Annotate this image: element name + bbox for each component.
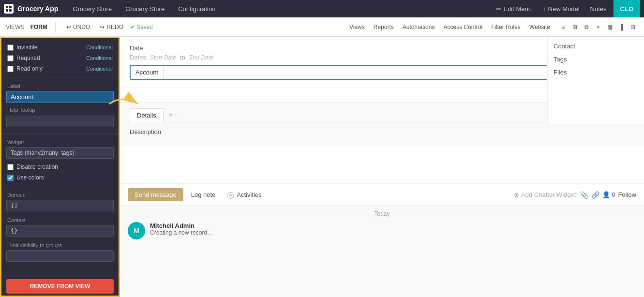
checkmark-icon: ✔: [130, 24, 135, 30]
widget-icon: ⊕: [514, 191, 519, 198]
nav-links: Grocery Store Grocery Store Configuratio…: [66, 0, 492, 17]
tags-item: Tags: [554, 56, 638, 63]
readonly-checkbox[interactable]: [7, 66, 14, 72]
files-item: Files: [554, 69, 638, 76]
toolbar-actions: ↩ UNDO ↪ REDO ✔ Saved: [63, 22, 153, 32]
views-tab[interactable]: VIEWS: [6, 24, 25, 30]
undo-button[interactable]: ↩ UNDO: [63, 22, 93, 32]
followers-count: 👤 0: [602, 191, 615, 198]
svg-rect-0: [6, 6, 8, 8]
log-note-link[interactable]: Log note: [187, 189, 220, 200]
toolbar-separator: [55, 21, 56, 33]
divider-2: [1, 133, 119, 134]
use-colors-row[interactable]: Use colors: [1, 172, 119, 183]
description-label: Description: [130, 128, 634, 135]
divider-3: [1, 186, 119, 186]
view-icon-map[interactable]: ⌖: [593, 22, 603, 32]
nav-actions: ✏ Edit Menu + New Model Notes CLO: [492, 0, 640, 17]
dates-label: Dates: [130, 54, 146, 61]
tab-add[interactable]: +: [164, 108, 179, 122]
chatter-message-content: Mitchell Admin Creating a new record...: [150, 222, 212, 236]
plus-icon: +: [542, 5, 546, 13]
undo-icon: ↩: [66, 24, 71, 30]
toolbar: VIEWS FORM ↩ UNDO ↪ REDO ✔ Saved Views R…: [0, 17, 644, 37]
required-label[interactable]: Required: [7, 55, 40, 61]
chatter-date: Today: [128, 210, 636, 217]
domain-title: Domain: [1, 189, 119, 199]
description-space: [120, 145, 644, 184]
nav-link-grocery-store-1[interactable]: Grocery Store: [66, 0, 119, 17]
views-link[interactable]: Views: [346, 24, 368, 30]
disable-creation-row[interactable]: Disable creation: [1, 162, 119, 172]
label-input[interactable]: [6, 91, 114, 103]
redo-button[interactable]: ↪ REDO: [97, 22, 126, 32]
account-field-label: Account: [131, 66, 164, 79]
required-conditional[interactable]: Conditional: [86, 55, 113, 61]
nav-link-grocery-store-2[interactable]: Grocery Store: [119, 0, 171, 17]
view-icon-grid[interactable]: ⊞: [569, 22, 580, 32]
close-button[interactable]: CLO: [614, 0, 640, 17]
right-sidebar: Contact Tags Files: [547, 37, 644, 124]
disable-creation-checkbox[interactable]: [7, 164, 14, 170]
top-nav: Grocery App Grocery Store Grocery Store …: [0, 0, 644, 17]
activities-icon: ○: [227, 192, 234, 199]
notes-button[interactable]: Notes: [586, 3, 611, 15]
form-wrapper: Date Dates Start Date to End Date Accoun…: [120, 37, 644, 88]
view-icon-list[interactable]: ≡: [558, 22, 569, 32]
domain-value[interactable]: []: [6, 200, 114, 211]
chatter-right: ⊕ Add Chatter Widget 📎 🔗 👤 0 Follow: [514, 191, 636, 199]
invisible-conditional[interactable]: Conditional: [86, 45, 113, 50]
start-date[interactable]: Start Date: [150, 54, 176, 61]
context-value[interactable]: {}: [6, 225, 114, 237]
activities-link[interactable]: ○ Activities: [223, 189, 265, 201]
readonly-conditional[interactable]: Conditional: [86, 66, 113, 72]
form-tab[interactable]: FORM: [30, 24, 47, 30]
tab-details[interactable]: Details: [130, 108, 164, 122]
use-colors-checkbox[interactable]: [7, 175, 14, 181]
invisible-row: Invisible Conditional: [1, 42, 119, 53]
nav-link-configuration[interactable]: Configuration: [171, 0, 222, 17]
invisible-label[interactable]: Invisible: [7, 44, 37, 51]
limit-visibility-select[interactable]: [6, 250, 114, 262]
required-checkbox[interactable]: [7, 55, 14, 61]
help-tooltip-input[interactable]: [6, 116, 114, 127]
avatar: M: [128, 222, 145, 239]
attachment-icon[interactable]: 📎: [580, 191, 588, 199]
limit-visibility-title: Limit visibility to groups: [1, 239, 119, 249]
views-form-tabs: VIEWS FORM: [6, 24, 47, 30]
reports-link[interactable]: Reports: [371, 24, 397, 30]
send-message-button[interactable]: Send message: [128, 188, 183, 201]
invisible-checkbox[interactable]: [7, 45, 14, 51]
follow-button[interactable]: Follow: [618, 191, 636, 198]
view-icon-calendar[interactable]: ▦: [604, 22, 615, 32]
label-title: Label: [1, 80, 119, 90]
widget-select[interactable]: Tags (many2many_tags): [6, 147, 114, 159]
chatter-toolbar: Send message Log note ○ Activities ⊕ Add…: [120, 184, 644, 206]
new-model-button[interactable]: + New Model: [539, 3, 584, 15]
app-name: Grocery App: [17, 5, 58, 13]
view-icons: ≡ ⊞ ⧉ ⌖ ▦ ▐ ⊟: [558, 22, 638, 32]
view-icon-chart[interactable]: ▐: [616, 22, 627, 32]
edit-menu-button[interactable]: ✏ Edit Menu: [492, 3, 536, 15]
readonly-label[interactable]: Read only: [7, 65, 43, 72]
contact-item: Contact: [554, 43, 638, 50]
widget-title: Widget: [1, 136, 119, 146]
end-date[interactable]: End Date: [189, 54, 213, 61]
add-chatter-widget[interactable]: ⊕ Add Chatter Widget: [514, 191, 576, 198]
access-control-link[interactable]: Access Control: [440, 24, 485, 30]
view-icon-pivot[interactable]: ⊟: [628, 22, 638, 32]
website-link[interactable]: Website: [526, 24, 553, 30]
toolbar-right: Views Reports Automations Access Control…: [346, 22, 638, 32]
required-row: Required Conditional: [1, 53, 119, 63]
view-icon-kanban[interactable]: ⧉: [581, 22, 592, 32]
divider-1: [1, 77, 119, 77]
remove-from-view-button[interactable]: REMOVE FROM VIEW: [6, 279, 114, 294]
help-tooltip-title: Help Tooltip: [1, 106, 119, 115]
date-to: to: [180, 54, 185, 61]
filter-rules-link[interactable]: Filter Rules: [488, 24, 524, 30]
automations-link[interactable]: Automations: [400, 24, 438, 30]
link-icon[interactable]: 🔗: [591, 191, 599, 199]
svg-rect-3: [9, 9, 12, 12]
sender-name: Mitchell Admin: [150, 222, 212, 229]
svg-rect-1: [9, 6, 12, 8]
